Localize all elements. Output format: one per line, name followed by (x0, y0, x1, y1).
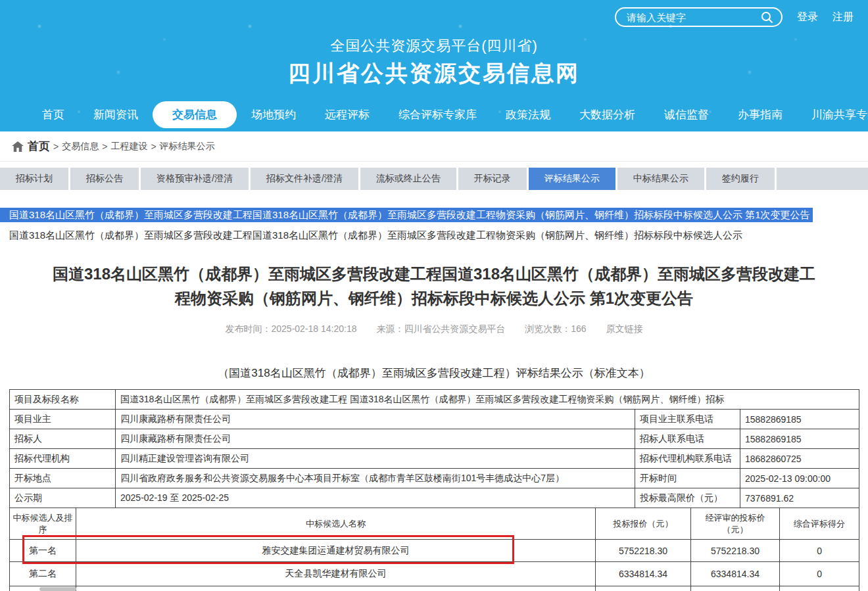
breadcrumb-item-evaluation-result[interactable]: 评标结果公示 (160, 141, 215, 153)
publish-time: 发布时间：2025-02-18 14:20:18 (225, 323, 356, 334)
candidate-bid: 6334814.34 (596, 562, 691, 586)
tenderer-value: 四川康藏路桥有限责任公司 (116, 429, 635, 449)
col-bid-price: 投标报价（元） (596, 508, 691, 540)
announcement-link-selected[interactable]: 国道318名山区黑竹（成都界）至雨城区多营段改建工程国道318名山区黑竹（成都界… (0, 208, 868, 222)
candidate-name (76, 586, 596, 591)
candidate-row-second: 第二名 天全县凯华建材有限公司 6334814.34 6334814.34 0 (10, 562, 859, 586)
candidate-reviewed (691, 586, 780, 591)
breadcrumb: 首页 > 交易信息 > 工程建设 > 评标结果公示 (0, 131, 868, 162)
search-box[interactable] (615, 7, 783, 27)
max-price-label: 投标最高限价（元） (635, 488, 740, 508)
nav-item-big-data[interactable]: 大数据分析 (565, 101, 650, 128)
candidate-rank: 第二名 (10, 562, 76, 586)
publicity-period-label: 公示期 (10, 488, 116, 508)
tab-bid-opening-record[interactable]: 开标记录 (458, 168, 527, 190)
breadcrumb-item-construction[interactable]: 工程建设 (110, 141, 147, 153)
col-score: 综合评标得分 (780, 508, 859, 540)
nav-item-news[interactable]: 新闻资讯 (79, 101, 153, 128)
register-link[interactable]: 注册 (832, 11, 854, 24)
tab-failed-or-terminated[interactable]: 流标或终止公告 (360, 168, 456, 190)
result-table-wrap: 项目及标段名称 国道318名山区黑竹（成都界）至雨城区多营段改建工程 国道318… (9, 389, 859, 591)
tenderer-phone-label: 招标人联系电话 (635, 429, 740, 449)
opening-place-value: 四川省政府政务服务和公共资源交易服务中心本项目开标室（成都市青羊区鼓楼南街101… (116, 469, 635, 488)
announcement-link[interactable]: 国道318名山区黑竹（成都界）至雨城区多营段改建工程国道318名山区黑竹（成都界… (0, 229, 868, 242)
nav-item-trade-info[interactable]: 交易信息 (153, 101, 237, 128)
nav-item-expert-pool[interactable]: 综合评标专家库 (384, 101, 491, 128)
search-icon[interactable] (760, 11, 773, 24)
table-row: 项目业主 四川康藏路桥有限责任公司 项目业主联系电话 15882869185 (10, 410, 859, 429)
nav-item-chuanyu-zone[interactable]: 川渝共享专区 (797, 101, 868, 128)
nav-item-venue-booking[interactable]: 场地预约 (237, 101, 310, 128)
breadcrumb-separator: > (151, 141, 156, 152)
nav-item-remote-evaluation[interactable]: 远程评标 (310, 101, 384, 128)
nav-item-integrity[interactable]: 诚信监督 (650, 101, 723, 128)
publicity-period-value: 2025-02-19 至 2025-02-25 (116, 488, 635, 508)
nav-item-home[interactable]: 首页 (28, 101, 79, 128)
opening-time-value: 2025-02-13 09:00:00 (740, 469, 859, 488)
announcement-link-selected-text[interactable]: 国道318名山区黑竹（成都界）至雨城区多营段改建工程国道318名山区黑竹（成都界… (0, 208, 813, 222)
tab-prequalification-supplement[interactable]: 资格预审补遗/澄清 (141, 168, 249, 190)
candidate-reviewed: 5752218.30 (691, 540, 780, 562)
col-reviewed-price: 经评审的投标价（元） (691, 508, 780, 540)
site-title: 四川省公共资源交易信息网 (0, 59, 868, 89)
table-row: 开标地点 四川省政府政务服务和公共资源交易服务中心本项目开标室（成都市青羊区鼓楼… (10, 469, 859, 488)
candidate-reviewed: 6334814.34 (691, 562, 780, 586)
breadcrumb-home[interactable]: 首页 (28, 139, 50, 154)
agency-phone-value: 18682860725 (740, 449, 859, 469)
breadcrumb-item-trade-info[interactable]: 交易信息 (62, 141, 99, 153)
opening-place-label: 开标地点 (10, 469, 116, 488)
owner-value: 四川康藏路桥有限责任公司 (116, 410, 635, 429)
tab-bar: 招标计划 招标公告 资格预审补遗/澄清 招标文件补遗/澄清 流标或终止公告 开标… (0, 168, 868, 190)
candidates-header-row: 中标候选人及排序 中标候选人名称 投标报价（元） 经评审的投标价（元） 综合评标… (10, 508, 859, 540)
nav-item-guide[interactable]: 办事指南 (723, 101, 797, 128)
site-header: 登录 注册 全国公共资源交易平台(四川省) 四川省公共资源交易信息网 首页 新闻… (0, 0, 868, 131)
result-table-title: （国道318名山区黑竹（成都界）至雨城区多营段改建工程）评标结果公示（标准文本） (0, 366, 868, 381)
view-count: 浏览次数：166 (525, 323, 586, 334)
source: 来源：四川省公共资源交易平台 (376, 323, 505, 334)
table-row: 招标人 四川康藏路桥有限责任公司 招标人联系电话 15882869185 (10, 429, 859, 449)
col-rank: 中标候选人及排序 (10, 508, 76, 540)
candidate-row-third: 第三名 (10, 586, 859, 591)
project-name-label: 项目及标段名称 (10, 390, 116, 410)
agency-phone-label: 招标代理机构联系电话 (635, 449, 740, 469)
tab-contract-performance[interactable]: 签约履行 (706, 168, 775, 190)
candidate-rank: 第一名 (10, 540, 76, 562)
candidate-score: 0 (780, 562, 859, 586)
project-name-value: 国道318名山区黑竹（成都界）至雨城区多营段改建工程 国道318名山区黑竹（成都… (116, 390, 859, 410)
tab-award-result[interactable]: 中标结果公示 (617, 168, 704, 190)
candidate-score (780, 586, 859, 591)
login-link[interactable]: 登录 (797, 11, 818, 24)
owner-phone-label: 项目业主联系电话 (635, 410, 740, 429)
breadcrumb-separator: > (102, 141, 107, 152)
original-link[interactable]: 原文链接 (606, 323, 643, 334)
article-meta: 发布时间：2025-02-18 14:20:18 来源：四川省公共资源交易平台 … (0, 323, 868, 335)
tab-bid-plan[interactable]: 招标计划 (0, 168, 68, 190)
tab-bar-filler (777, 168, 868, 190)
tab-bid-announcement[interactable]: 招标公告 (70, 168, 139, 190)
candidate-bid (596, 586, 691, 591)
candidate-row-first: 第一名 雅安交建集团运通建材贸易有限公司 5752218.30 5752218.… (10, 540, 859, 562)
result-table: 项目及标段名称 国道318名山区黑竹（成都界）至雨城区多营段改建工程 国道318… (9, 389, 859, 591)
tab-bid-document-supplement[interactable]: 招标文件补遗/澄清 (251, 168, 358, 190)
candidate-bid: 5752218.30 (596, 540, 691, 562)
agency-label: 招标代理机构 (10, 449, 116, 469)
table-row: 公示期 2025-02-19 至 2025-02-25 投标最高限价（元） 73… (10, 488, 859, 508)
owner-label: 项目业主 (10, 410, 116, 429)
tab-evaluation-result[interactable]: 评标结果公示 (529, 168, 615, 190)
col-candidate-name: 中标候选人名称 (76, 508, 596, 540)
search-input[interactable] (627, 12, 760, 23)
candidate-name: 雅安交建集团运通建材贸易有限公司 (76, 540, 596, 562)
candidate-score: 0 (780, 540, 859, 562)
nav-item-policy[interactable]: 政策法规 (491, 101, 565, 128)
page: 登录 注册 全国公共资源交易平台(四川省) 四川省公共资源交易信息网 首页 新闻… (0, 0, 868, 591)
agency-value: 四川精正建设管理咨询有限公司 (116, 449, 635, 469)
home-icon (12, 141, 24, 152)
candidate-name: 天全县凯华建材有限公司 (76, 562, 596, 586)
breadcrumb-separator: > (53, 141, 59, 152)
tenderer-phone-value: 15882869185 (740, 429, 859, 449)
opening-time-label: 开标时间 (635, 469, 740, 488)
topbar: 登录 注册 (615, 7, 854, 27)
max-price-value: 7376891.62 (740, 488, 859, 508)
table-row: 项目及标段名称 国道318名山区黑竹（成都界）至雨城区多营段改建工程 国道318… (10, 390, 859, 410)
scrollbar-thumb[interactable] (39, 587, 76, 591)
